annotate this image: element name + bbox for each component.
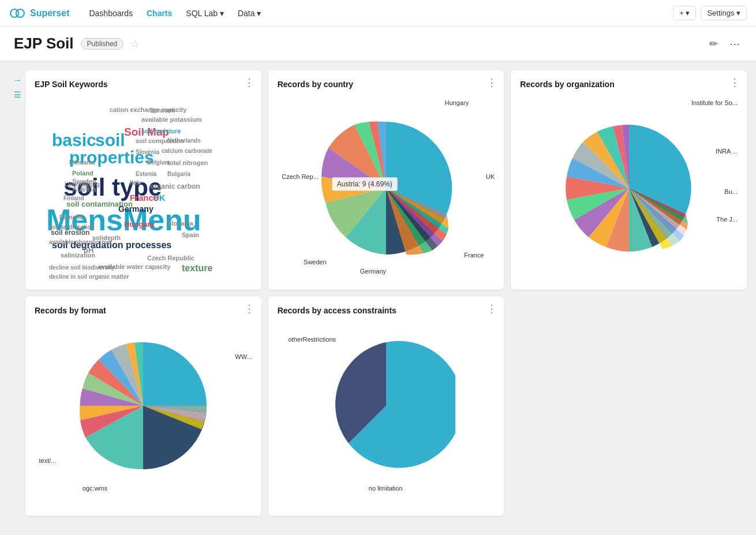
brand[interactable]: Superset — [9, 5, 69, 21]
dashboard: → ☰ EJP Soil Keywords ⋮ basic soil prope… — [0, 61, 756, 535]
format-pie-svg — [71, 334, 215, 484]
word-available-phosphorous: available phosphorous — [49, 239, 112, 245]
label-bu: Bu... — [724, 188, 738, 195]
word-poland: Poland — [72, 170, 93, 177]
superset-logo — [9, 5, 25, 21]
records-by-access-card: Records by access constraints ⋮ otherRes… — [268, 297, 504, 516]
label-germany: Germany — [360, 268, 386, 275]
word-cloud-menu[interactable]: ⋮ — [244, 77, 255, 88]
word-italy: Italy — [130, 179, 141, 186]
header-actions: ✏ ⋯ — [707, 35, 742, 53]
filter-expand-icon[interactable]: → — [13, 75, 22, 85]
records-by-org-chart: Institute for So... INRA ... Bu... The J… — [520, 96, 738, 280]
dashboard-grid: EJP Soil Keywords ⋮ basic soil propertie… — [25, 70, 747, 516]
label-france: France — [464, 252, 484, 259]
nav-sqllab[interactable]: SQL Lab ▾ — [180, 6, 230, 20]
records-by-format-card: Records by format ⋮ — [25, 297, 261, 516]
word-netherlands: Netherlands — [167, 137, 201, 144]
word-bulgaria: Bulgaria — [167, 171, 190, 177]
word-salinization: salinization — [61, 252, 95, 259]
records-by-country-title: Records by country — [278, 80, 495, 89]
word-total-nitrogen: total nitrogen — [167, 159, 208, 166]
filter-icon[interactable]: ☰ — [14, 90, 21, 99]
add-button[interactable]: + ▾ — [673, 6, 696, 20]
records-by-org-card: Records by organization ⋮ — [511, 70, 747, 290]
word-basic: basic — [52, 130, 96, 150]
country-pie-svg — [311, 113, 461, 263]
nav-data[interactable]: Data ▾ — [232, 6, 267, 20]
brand-label: Superset — [30, 8, 69, 18]
label-thej: The J... — [716, 216, 738, 223]
svg-point-1 — [16, 9, 24, 17]
access-pie-svg — [317, 334, 455, 484]
records-by-org-menu[interactable]: ⋮ — [729, 77, 740, 88]
records-by-country-menu[interactable]: ⋮ — [486, 77, 497, 88]
word-cation-exchange: cation exchange capacity — [110, 106, 186, 113]
word-available-potassium: available potassium — [141, 116, 202, 123]
records-by-format-chart: WW... text/... ogc:wms — [35, 322, 252, 495]
records-by-access-title: Records by access constraints — [278, 306, 495, 315]
records-by-format-title: Records by format — [35, 306, 252, 315]
label-ww: WW... — [235, 353, 252, 360]
nav-charts[interactable]: Charts — [141, 6, 178, 20]
word-soil-acidification: soil acidification — [49, 224, 94, 230]
edit-button[interactable]: ✏ — [707, 35, 720, 53]
word-lithuania: Lithuania — [69, 159, 95, 166]
page-header: EJP Soil Published ☆ ✏ ⋯ — [0, 27, 756, 61]
word-czech-republic: Czech Republic — [147, 255, 194, 261]
label-inra: INRA ... — [716, 148, 738, 155]
word-hungary: Hungary — [124, 220, 155, 229]
dashboard-inner: → ☰ EJP Soil Keywords ⋮ basic soil prope… — [9, 70, 747, 516]
word-decline-soil-bio: decline soil biodiversity — [49, 264, 114, 271]
filter-bar: → ☰ — [9, 70, 25, 516]
label-no-limitation: no limitation — [369, 485, 403, 492]
label-uk: UK — [486, 173, 495, 180]
label-institute: Institute for So... — [691, 99, 738, 106]
word-slovakia: Slovakia — [167, 220, 193, 227]
records-by-access-chart: otherRestrictions no limitation — [278, 322, 495, 495]
word-germany: Germany — [118, 204, 154, 214]
favorite-icon[interactable]: ☆ — [130, 38, 140, 50]
records-by-format-menu[interactable]: ⋮ — [244, 304, 255, 314]
word-estonia: Estonia — [136, 171, 156, 177]
word-finland: Finland — [63, 195, 84, 201]
records-by-country-chart: Austria: 9 (4.69%) Hungary UK France Ger… — [278, 96, 495, 280]
empty-card — [511, 297, 747, 516]
settings-button[interactable]: Settings ▾ — [701, 6, 747, 20]
records-by-org-title: Records by organization — [520, 80, 738, 89]
word-soil-moisture: soil moisture — [141, 128, 181, 134]
label-hungary: Hungary — [445, 99, 469, 106]
nav-dashboards[interactable]: Dashboards — [83, 6, 139, 20]
word-spain: Spain — [182, 231, 199, 238]
word-sweden-word: Sweden — [72, 178, 96, 185]
word-cloud: basic soil properties soil type MensMenu… — [35, 96, 252, 280]
navbar: Superset Dashboards Charts SQL Lab ▾ Dat… — [0, 0, 756, 27]
records-by-access-menu[interactable]: ⋮ — [486, 304, 497, 314]
status-badge: Published — [81, 38, 124, 50]
more-options-button[interactable]: ⋯ — [727, 35, 742, 53]
word-romania: Romania — [59, 214, 84, 220]
word-calcium-carbonate: calcium carbonate — [162, 148, 212, 154]
word-cloud-title: EJP Soil Keywords — [35, 80, 252, 89]
word-belgium: Belgium — [147, 159, 170, 166]
word-texture: texture — [182, 263, 212, 274]
word-decline-soil: decline in soil organic matter — [49, 274, 129, 280]
main-nav: Dashboards Charts SQL Lab ▾ Data ▾ — [83, 6, 267, 20]
word-denmark: Denmark — [150, 107, 175, 114]
word-soil: soil — [95, 130, 125, 150]
page-title: EJP Soil — [14, 35, 74, 53]
word-france: France — [130, 193, 158, 203]
word-organic-carbon: organic carbon — [150, 182, 200, 190]
label-text: text/... — [39, 457, 57, 464]
nav-right: + ▾ Settings ▾ — [673, 6, 747, 20]
label-ogcwms: ogc:wms — [83, 485, 107, 492]
org-pie-svg — [560, 119, 698, 257]
word-slovenia: Slovenia — [136, 149, 159, 155]
records-by-country-card: Records by country ⋮ — [268, 70, 504, 290]
word-cloud-card: EJP Soil Keywords ⋮ basic soil propertie… — [25, 70, 261, 290]
